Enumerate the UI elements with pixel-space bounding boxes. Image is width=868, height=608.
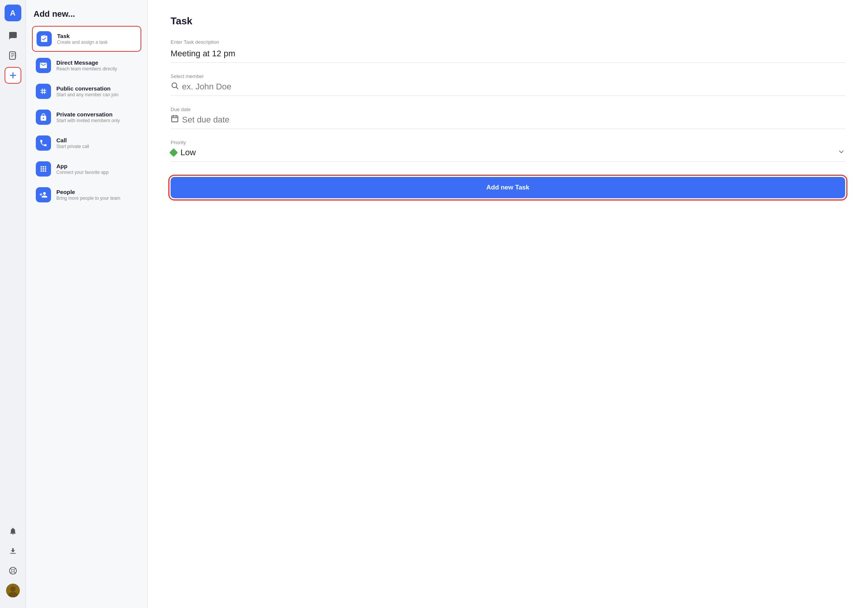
svg-rect-14 [172, 116, 178, 122]
due-date-input[interactable] [182, 115, 845, 125]
menu-item-app-label: App [56, 163, 108, 169]
due-date-label: Due date [171, 107, 845, 112]
svg-line-8 [10, 572, 11, 573]
notifications-button[interactable] [5, 523, 21, 540]
public-conv-icon-bg [36, 84, 51, 99]
download-button[interactable] [5, 543, 21, 559]
call-icon-bg [36, 135, 51, 151]
direct-message-icon-bg [36, 58, 51, 73]
icon-bar: A [0, 0, 26, 608]
menu-item-dm-label: Direct Message [56, 59, 117, 66]
menu-item-public-desc: Start and any member can join [56, 92, 118, 97]
menu-item-task-desc: Create and assign a task [57, 40, 108, 45]
download-icon [9, 547, 17, 555]
menu-item-people-label: People [56, 189, 120, 195]
person-add-icon [39, 191, 48, 199]
avatar[interactable]: A [5, 5, 21, 21]
menu-item-app-text: App Connect your favorite app [56, 163, 108, 175]
priority-diamond-icon [169, 148, 178, 157]
menu-item-people[interactable]: People Bring more people to your team [32, 183, 141, 207]
private-conv-icon-bg [36, 110, 51, 125]
menu-item-public-text: Public conversation Start and any member… [56, 85, 118, 97]
hash-icon [39, 87, 48, 95]
select-member-input-container [171, 81, 845, 96]
task-description-label: Enter Task description [171, 39, 845, 45]
svg-point-11 [10, 586, 16, 592]
menu-item-call-text: Call Start private call [56, 137, 89, 149]
help-button[interactable] [5, 562, 21, 579]
menu-item-app[interactable]: App Connect your favorite app [32, 157, 141, 181]
app-icon-bg [36, 161, 51, 177]
menu-item-public-label: Public conversation [56, 85, 118, 92]
task-description-input[interactable] [171, 47, 845, 63]
call-icon [39, 139, 48, 147]
menu-item-call-desc: Start private call [56, 144, 89, 149]
chevron-down-icon [838, 148, 845, 158]
priority-label: Priority [171, 140, 845, 145]
priority-selector[interactable]: Low [171, 148, 845, 162]
grid-icon [39, 165, 48, 173]
task-description-group: Enter Task description [171, 39, 845, 63]
chat-icon [8, 31, 18, 40]
menu-item-app-desc: Connect your favorite app [56, 170, 108, 175]
user-photo [6, 584, 20, 597]
menu-item-private-text: Private conversation Start with invited … [56, 111, 120, 123]
calendar-icon [171, 115, 179, 125]
menu-item-direct-message[interactable]: Direct Message Reach team members direct… [32, 53, 141, 78]
menu-item-call-label: Call [56, 137, 89, 143]
people-icon-bg [36, 187, 51, 202]
svg-line-7 [14, 568, 15, 570]
menu-item-private-conversation[interactable]: Private conversation Start with invited … [32, 105, 141, 129]
menu-title: Add new... [32, 9, 141, 19]
menu-item-task[interactable]: Task Create and assign a task [32, 26, 141, 52]
main-content: Task Enter Task description Select membe… [148, 0, 868, 608]
contacts-icon [8, 51, 18, 60]
menu-item-task-text: Task Create and assign a task [57, 33, 108, 45]
svg-line-9 [14, 572, 15, 573]
sidebar-item-contacts[interactable] [5, 47, 21, 64]
bell-icon [9, 527, 17, 535]
menu-item-dm-text: Direct Message Reach team members direct… [56, 59, 117, 72]
priority-value-container: Low [171, 148, 196, 158]
menu-item-task-label: Task [57, 33, 108, 39]
select-member-label: Select member [171, 73, 845, 79]
menu-item-private-desc: Start with invited members only [56, 118, 120, 123]
menu-item-people-text: People Bring more people to your team [56, 189, 120, 201]
due-date-input-container[interactable] [171, 115, 845, 129]
add-button[interactable] [5, 67, 21, 84]
menu-item-call[interactable]: Call Start private call [32, 131, 141, 155]
search-icon [171, 81, 179, 92]
sidebar-item-chat[interactable] [5, 27, 21, 44]
select-member-input[interactable] [182, 82, 845, 92]
svg-rect-3 [15, 57, 16, 57]
priority-group: Priority Low [171, 140, 845, 162]
menu-panel: Add new... Task Create and assign a task… [26, 0, 148, 608]
menu-item-people-desc: Bring more people to your team [56, 196, 120, 201]
svg-line-6 [10, 568, 11, 570]
svg-rect-1 [15, 53, 16, 54]
add-task-button[interactable]: Add new Task [171, 177, 845, 198]
task-icon [40, 35, 48, 43]
lock-icon [39, 113, 48, 121]
menu-item-private-label: Private conversation [56, 111, 120, 118]
svg-rect-0 [10, 52, 15, 59]
svg-rect-2 [15, 55, 16, 56]
select-member-group: Select member [171, 73, 845, 96]
menu-item-dm-desc: Reach team members directly [56, 66, 117, 72]
priority-value-text: Low [180, 148, 196, 158]
task-icon-bg [37, 31, 52, 46]
page-title: Task [171, 15, 845, 27]
direct-message-icon [39, 61, 48, 70]
due-date-group: Due date [171, 107, 845, 129]
svg-point-5 [11, 569, 14, 572]
plus-icon [8, 71, 18, 80]
menu-item-public-conversation[interactable]: Public conversation Start and any member… [32, 79, 141, 103]
help-icon [9, 567, 17, 575]
user-avatar[interactable] [5, 582, 21, 599]
